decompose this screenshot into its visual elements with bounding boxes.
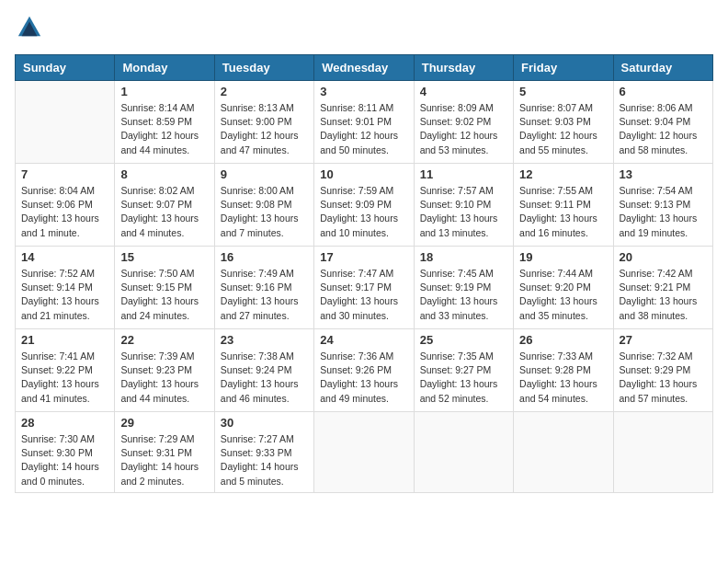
day-number: 13 bbox=[620, 167, 707, 181]
calendar-cell: 16Sunrise: 7:49 AM Sunset: 9:16 PM Dayli… bbox=[214, 247, 313, 329]
calendar-cell: 23Sunrise: 7:38 AM Sunset: 9:24 PM Dayli… bbox=[214, 329, 313, 412]
day-info: Sunrise: 7:49 AM Sunset: 9:16 PM Dayligh… bbox=[221, 267, 308, 323]
day-number: 22 bbox=[120, 333, 208, 347]
day-number: 4 bbox=[420, 85, 507, 98]
calendar-cell bbox=[514, 412, 613, 493]
day-number: 16 bbox=[221, 250, 308, 264]
calendar-cell: 29Sunrise: 7:29 AM Sunset: 9:31 PM Dayli… bbox=[115, 412, 214, 493]
week-row-5: 28Sunrise: 7:30 AM Sunset: 9:30 PM Dayli… bbox=[16, 412, 713, 493]
day-number: 29 bbox=[120, 416, 208, 430]
calendar-cell: 20Sunrise: 7:42 AM Sunset: 9:21 PM Dayli… bbox=[613, 247, 712, 329]
calendar-cell: 26Sunrise: 7:33 AM Sunset: 9:28 PM Dayli… bbox=[514, 329, 613, 412]
calendar-cell: 2Sunrise: 8:13 AM Sunset: 9:00 PM Daylig… bbox=[214, 81, 313, 164]
calendar-cell: 27Sunrise: 7:32 AM Sunset: 9:29 PM Dayli… bbox=[613, 329, 712, 412]
calendar-cell: 11Sunrise: 7:57 AM Sunset: 9:10 PM Dayli… bbox=[414, 164, 513, 247]
calendar-cell: 22Sunrise: 7:39 AM Sunset: 9:23 PM Dayli… bbox=[115, 329, 214, 412]
day-info: Sunrise: 8:02 AM Sunset: 9:07 PM Dayligh… bbox=[120, 184, 208, 240]
day-info: Sunrise: 8:00 AM Sunset: 9:08 PM Dayligh… bbox=[221, 184, 308, 240]
day-number: 19 bbox=[519, 250, 607, 264]
calendar-cell: 1Sunrise: 8:14 AM Sunset: 8:59 PM Daylig… bbox=[115, 81, 214, 164]
day-info: Sunrise: 7:59 AM Sunset: 9:09 PM Dayligh… bbox=[320, 184, 407, 240]
calendar-cell: 6Sunrise: 8:06 AM Sunset: 9:04 PM Daylig… bbox=[613, 81, 712, 164]
day-number: 27 bbox=[620, 333, 707, 347]
day-number: 28 bbox=[21, 416, 108, 430]
calendar-cell: 10Sunrise: 7:59 AM Sunset: 9:09 PM Dayli… bbox=[314, 164, 414, 247]
day-number: 1 bbox=[120, 85, 208, 98]
calendar-cell: 5Sunrise: 8:07 AM Sunset: 9:03 PM Daylig… bbox=[514, 81, 613, 164]
calendar-cell: 19Sunrise: 7:44 AM Sunset: 9:20 PM Dayli… bbox=[514, 247, 613, 329]
day-info: Sunrise: 8:07 AM Sunset: 9:03 PM Dayligh… bbox=[519, 101, 607, 157]
day-info: Sunrise: 8:14 AM Sunset: 8:59 PM Dayligh… bbox=[120, 101, 208, 157]
day-info: Sunrise: 7:54 AM Sunset: 9:13 PM Dayligh… bbox=[620, 184, 707, 240]
day-number: 15 bbox=[120, 250, 208, 264]
calendar-table: SundayMondayTuesdayWednesdayThursdayFrid… bbox=[15, 54, 713, 493]
day-info: Sunrise: 7:50 AM Sunset: 9:15 PM Dayligh… bbox=[120, 267, 208, 323]
day-info: Sunrise: 7:27 AM Sunset: 9:33 PM Dayligh… bbox=[221, 432, 308, 488]
day-info: Sunrise: 7:44 AM Sunset: 9:20 PM Dayligh… bbox=[519, 267, 607, 323]
week-row-1: 1Sunrise: 8:14 AM Sunset: 8:59 PM Daylig… bbox=[16, 81, 713, 164]
calendar-cell: 25Sunrise: 7:35 AM Sunset: 9:27 PM Dayli… bbox=[414, 329, 513, 412]
weekday-header-friday: Friday bbox=[514, 55, 613, 81]
calendar-header: SundayMondayTuesdayWednesdayThursdayFrid… bbox=[16, 55, 713, 81]
calendar-cell: 17Sunrise: 7:47 AM Sunset: 9:17 PM Dayli… bbox=[314, 247, 414, 329]
page-header bbox=[15, 15, 713, 45]
day-number: 11 bbox=[420, 167, 507, 181]
day-info: Sunrise: 7:36 AM Sunset: 9:26 PM Dayligh… bbox=[320, 350, 407, 406]
day-number: 20 bbox=[620, 250, 707, 264]
day-number: 17 bbox=[320, 250, 407, 264]
day-number: 2 bbox=[221, 85, 308, 98]
day-number: 12 bbox=[519, 167, 607, 181]
calendar-cell: 18Sunrise: 7:45 AM Sunset: 9:19 PM Dayli… bbox=[414, 247, 513, 329]
calendar-cell: 7Sunrise: 8:04 AM Sunset: 9:06 PM Daylig… bbox=[16, 164, 115, 247]
weekday-header-tuesday: Tuesday bbox=[214, 55, 313, 81]
calendar-cell: 21Sunrise: 7:41 AM Sunset: 9:22 PM Dayli… bbox=[16, 329, 115, 412]
calendar-cell: 3Sunrise: 8:11 AM Sunset: 9:01 PM Daylig… bbox=[314, 81, 414, 164]
calendar-cell: 9Sunrise: 8:00 AM Sunset: 9:08 PM Daylig… bbox=[214, 164, 313, 247]
day-info: Sunrise: 8:06 AM Sunset: 9:04 PM Dayligh… bbox=[620, 101, 707, 157]
calendar-cell bbox=[613, 412, 712, 493]
calendar-cell: 8Sunrise: 8:02 AM Sunset: 9:07 PM Daylig… bbox=[115, 164, 214, 247]
weekday-header-saturday: Saturday bbox=[613, 55, 712, 81]
day-info: Sunrise: 7:47 AM Sunset: 9:17 PM Dayligh… bbox=[320, 267, 407, 323]
weekday-header-sunday: Sunday bbox=[16, 55, 115, 81]
calendar-cell: 12Sunrise: 7:55 AM Sunset: 9:11 PM Dayli… bbox=[514, 164, 613, 247]
calendar-cell: 28Sunrise: 7:30 AM Sunset: 9:30 PM Dayli… bbox=[16, 412, 115, 493]
calendar-cell bbox=[16, 81, 115, 164]
weekday-header-wednesday: Wednesday bbox=[314, 55, 414, 81]
day-info: Sunrise: 8:11 AM Sunset: 9:01 PM Dayligh… bbox=[320, 101, 407, 157]
day-info: Sunrise: 7:33 AM Sunset: 9:28 PM Dayligh… bbox=[519, 350, 607, 406]
day-info: Sunrise: 8:13 AM Sunset: 9:00 PM Dayligh… bbox=[221, 101, 308, 157]
calendar-cell bbox=[414, 412, 513, 493]
day-number: 24 bbox=[320, 333, 407, 347]
weekday-header-monday: Monday bbox=[115, 55, 214, 81]
day-info: Sunrise: 8:04 AM Sunset: 9:06 PM Dayligh… bbox=[21, 184, 108, 240]
day-info: Sunrise: 7:52 AM Sunset: 9:14 PM Dayligh… bbox=[21, 267, 108, 323]
calendar-cell bbox=[314, 412, 414, 493]
day-number: 21 bbox=[21, 333, 108, 347]
day-info: Sunrise: 7:41 AM Sunset: 9:22 PM Dayligh… bbox=[21, 350, 108, 406]
day-info: Sunrise: 7:32 AM Sunset: 9:29 PM Dayligh… bbox=[620, 350, 707, 406]
day-number: 25 bbox=[420, 333, 507, 347]
calendar-cell: 15Sunrise: 7:50 AM Sunset: 9:15 PM Dayli… bbox=[115, 247, 214, 329]
day-number: 7 bbox=[21, 167, 108, 181]
weekday-header-thursday: Thursday bbox=[414, 55, 513, 81]
weekday-header-row: SundayMondayTuesdayWednesdayThursdayFrid… bbox=[16, 55, 713, 81]
calendar-body: 1Sunrise: 8:14 AM Sunset: 8:59 PM Daylig… bbox=[16, 81, 713, 493]
day-number: 3 bbox=[320, 85, 407, 98]
day-number: 5 bbox=[519, 85, 607, 98]
day-number: 23 bbox=[221, 333, 308, 347]
logo bbox=[15, 15, 42, 45]
calendar-cell: 24Sunrise: 7:36 AM Sunset: 9:26 PM Dayli… bbox=[314, 329, 414, 412]
calendar-cell: 30Sunrise: 7:27 AM Sunset: 9:33 PM Dayli… bbox=[214, 412, 313, 493]
day-info: Sunrise: 8:09 AM Sunset: 9:02 PM Dayligh… bbox=[420, 101, 507, 157]
day-info: Sunrise: 7:39 AM Sunset: 9:23 PM Dayligh… bbox=[120, 350, 208, 406]
week-row-3: 14Sunrise: 7:52 AM Sunset: 9:14 PM Dayli… bbox=[16, 247, 713, 329]
week-row-4: 21Sunrise: 7:41 AM Sunset: 9:22 PM Dayli… bbox=[16, 329, 713, 412]
day-info: Sunrise: 7:35 AM Sunset: 9:27 PM Dayligh… bbox=[420, 350, 507, 406]
day-number: 9 bbox=[221, 167, 308, 181]
logo-icon bbox=[17, 15, 42, 40]
day-info: Sunrise: 7:45 AM Sunset: 9:19 PM Dayligh… bbox=[420, 267, 507, 323]
day-number: 26 bbox=[519, 333, 607, 347]
calendar-cell: 13Sunrise: 7:54 AM Sunset: 9:13 PM Dayli… bbox=[613, 164, 712, 247]
day-number: 10 bbox=[320, 167, 407, 181]
